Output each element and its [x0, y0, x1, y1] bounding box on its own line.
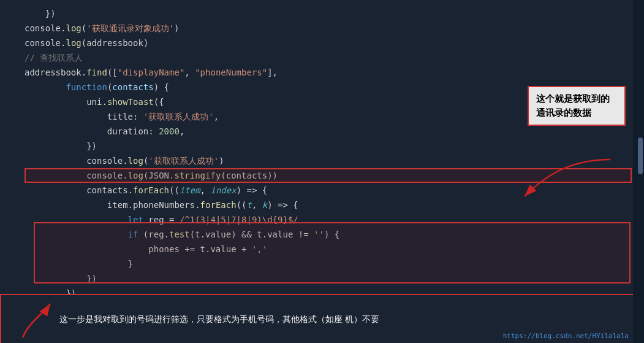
code-line-inblock: let reg = /^1(3|4|5|7|8|9)\d{9}$/: [0, 212, 632, 227]
code-line: }): [0, 6, 632, 21]
minimap[interactable]: [633, 0, 644, 343]
code-line: item.phoneNumbers.forEach((t, k) => {: [0, 198, 632, 212]
code-line: console.log(addressbook): [0, 36, 632, 50]
scrollbar-thumb[interactable]: [638, 137, 643, 174]
arrow-bottom: [10, 298, 59, 341]
code-line: }): [0, 139, 632, 153]
url-label: https://blog.csdn.net/HYilalala: [503, 332, 629, 340]
code-line: }): [0, 286, 632, 294]
code-line-inblock: phones += t.value + ',': [0, 242, 632, 256]
code-line: // 查找联系人: [0, 50, 632, 65]
annotation-bottom-text: 这一步是我对取到的号码进行筛选，只要格式为手机号码，其他格式（如座 机）不要: [59, 312, 379, 326]
code-line: console.log('获取联系人成功'): [0, 153, 632, 168]
code-line: }): [0, 271, 632, 286]
code-line: console.log('获取通讯录对象成功'): [0, 21, 632, 36]
code-line-inblock: if (reg.test(t.value) && t.value != '') …: [0, 227, 632, 242]
code-line: contacts.forEach((item, index) => {: [0, 183, 632, 198]
code-line: addressbook.find(["displayName", "phoneN…: [0, 65, 632, 80]
highlighted-line: console.log(JSON.stringify(contacts)): [0, 168, 632, 183]
code-line: duration: 2000,: [0, 124, 632, 139]
code-line-inblock: }: [0, 256, 632, 271]
annotation-top: 这个就是获取到的通讯录的数据: [528, 86, 626, 126]
code-editor: }) console.log('获取通讯录对象成功') console.log(…: [0, 0, 632, 294]
